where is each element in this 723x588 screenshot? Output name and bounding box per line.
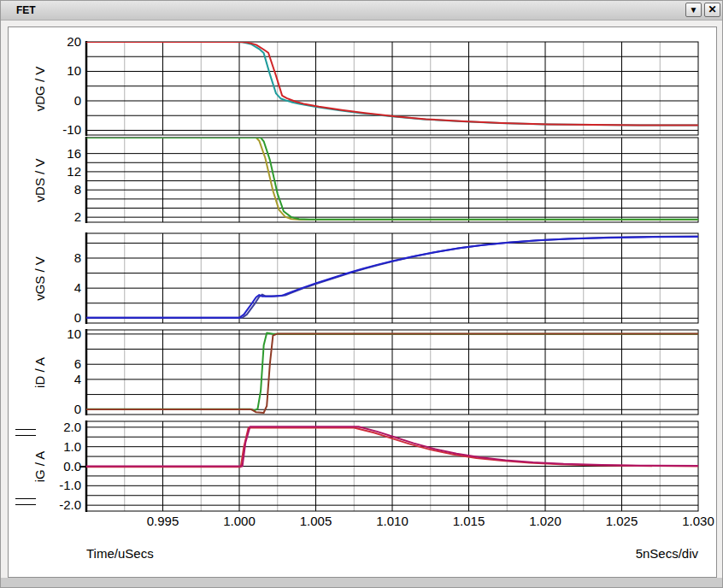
y-tick-label-ig: 2.0	[37, 420, 81, 434]
y-tick-label-vgs: 0	[37, 311, 81, 325]
y-tick-label-vds: 2	[37, 210, 81, 224]
plot-grid-id	[85, 329, 702, 415]
x-axis-title: Time/uSecs	[86, 546, 154, 561]
x-tick-label: 1.030	[671, 514, 723, 528]
y-axis-zero-tick	[79, 466, 85, 467]
plot-layer: Time/uSecs 5nSecs/div 20100-10vDG / V161…	[1, 1, 723, 588]
x-tick-label: 1.015	[442, 514, 497, 528]
plot-grid-ig	[85, 420, 702, 512]
selected-axis-rule-top	[15, 429, 36, 436]
x-tick-label: 1.020	[518, 514, 573, 528]
x-axis-scale-per-div: 5nSecs/div	[636, 546, 698, 561]
plot-grid-vdg	[85, 41, 702, 136]
y-axis-label-vdg[interactable]: vDG / V	[32, 66, 47, 111]
plot-grid-vgs	[85, 232, 702, 324]
selected-axis-rule-bottom	[15, 498, 36, 505]
y-axis-label-vds[interactable]: vDS / V	[32, 158, 47, 202]
x-tick-label: 0.995	[136, 514, 191, 528]
y-axis-label-id[interactable]: iD / A	[32, 357, 47, 388]
x-tick-label: 1.000	[212, 514, 267, 528]
x-tick-label: 1.025	[595, 514, 650, 528]
waveform-window: FET ▼ ✕ Time/uSecs 5nSecs/div 20100-10vD…	[0, 0, 723, 588]
y-tick-label-vdg: 20	[37, 35, 81, 49]
y-axis-label-vgs[interactable]: vGS / V	[32, 256, 47, 301]
x-tick-label: 1.010	[365, 514, 420, 528]
y-tick-label-vdg: -10	[37, 123, 81, 137]
y-axis-label-ig[interactable]: iG / A	[32, 450, 47, 482]
y-tick-label-id: 0	[37, 403, 81, 416]
plot-grid-vds	[85, 137, 702, 223]
x-tick-label: 1.005	[289, 514, 344, 528]
window-bottom-edge	[1, 578, 723, 587]
y-tick-label-id: 10	[37, 327, 81, 341]
y-tick-label-ig: -2.0	[37, 498, 81, 512]
